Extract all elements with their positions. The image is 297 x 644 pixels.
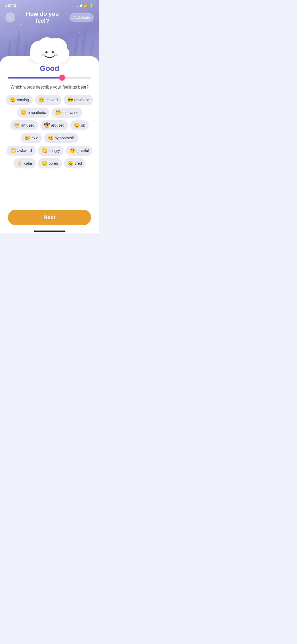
tag-row-1: 😏 craving 🤫 desired 😎 aesthetic [5,95,94,105]
tags-area: 😏 craving 🤫 desired 😎 aesthetic 😚 empath… [5,95,94,168]
tag-sympathetic[interactable]: 😄 sympathetic [44,133,78,143]
tag-grateful[interactable]: 🤗 grateful [66,146,93,156]
tag-label: bored [49,161,58,165]
tag-label: desired [46,98,58,102]
add-photo-button[interactable]: Add photo [69,13,94,22]
tag-awkward[interactable]: 🙄 awkward [7,146,36,156]
tag-label: ok [81,123,85,127]
tag-awe[interactable]: 😀 awe [21,133,42,143]
status-time: 08:42 [5,3,16,8]
tag-emoji: 🧐 [55,110,61,116]
tag-emoji: 😎 [67,97,73,103]
tag-emoji: 😑 [41,160,47,166]
tag-tired[interactable]: 😟 tired [64,158,86,168]
slider-track [8,77,91,79]
wifi-icon: 📶 [83,3,88,8]
tag-emoji: 😉 [74,122,80,128]
battery-icon: 🔋 [89,3,94,8]
next-btn-container: Next [0,204,99,228]
tag-craving[interactable]: 😏 craving [6,95,32,105]
tag-label: motivated [62,111,78,115]
tag-emoji: 😄 [48,135,54,141]
tag-ok[interactable]: 😉 ok [70,120,89,130]
subtitle: Which words describe your feelings best? [5,85,94,90]
svg-point-9 [45,51,48,53]
tag-emoji: 🤗 [69,148,75,154]
home-indicator [0,228,99,233]
home-bar [34,231,65,232]
tag-label: awkward [17,149,32,153]
tag-row-6: 🌤️ calm 😑 bored 😟 tired [5,158,94,168]
tag-emoji: 🤠 [44,122,50,128]
tag-emoji: 😚 [21,110,26,116]
tag-label: hungry [49,149,60,153]
tag-amused[interactable]: 😁 amused [10,120,38,130]
tag-label: amused [21,123,34,127]
tag-empathetic[interactable]: 😚 empathetic [17,108,49,118]
status-icons: 📶 🔋 [77,3,94,8]
mood-label: Good [5,64,94,73]
tag-hungry[interactable]: 😋 hungry [38,146,64,156]
mood-slider[interactable] [5,77,94,79]
tag-label: aesthetic [74,98,89,102]
tag-desired[interactable]: 🤫 desired [35,95,62,105]
tag-label: grateful [77,149,89,153]
tag-emoji: 😋 [41,148,47,154]
main-card: Good Which words describe your feelings … [0,56,99,204]
signal-icon [77,4,82,7]
tag-emoji: 🙄 [10,148,16,154]
tag-label: tired [75,161,82,165]
back-button[interactable]: ‹ [5,12,15,22]
tag-emoji: 😟 [68,160,73,166]
slider-thumb [59,75,65,81]
tag-emoji: 😁 [14,122,20,128]
status-bar: 08:42 📶 🔋 [0,0,99,8]
slider-fill [8,77,62,79]
tag-row-2: 😚 empathetic 🧐 motivated [5,108,94,118]
cloud-character [26,30,73,64]
tag-label: awe [31,136,38,140]
tag-aroused[interactable]: 🤠 aroused [40,120,68,130]
tag-emoji: 🌤️ [17,160,23,166]
tag-label: aroused [51,123,64,127]
back-icon: ‹ [9,15,11,20]
tag-label: empathetic [28,111,46,115]
tag-aesthetic[interactable]: 😎 aesthetic [64,95,93,105]
header-bg: 08:42 📶 🔋 ‹ How do you feel? Add [0,0,99,64]
tag-calm[interactable]: 🌤️ calm [13,158,36,168]
tag-row-3: 😁 amused 🤠 aroused 😉 ok [5,120,94,130]
tag-motivated[interactable]: 🧐 motivated [51,108,82,118]
cloud-container [0,27,99,64]
tag-row-4: 😀 awe 😄 sympathetic [5,133,94,143]
tag-emoji: 😀 [24,135,30,141]
next-button[interactable]: Next [8,210,91,225]
tag-label: sympathetic [55,136,75,140]
tag-label: calm [24,161,32,165]
page-title: How do you feel? [26,11,59,25]
svg-point-10 [52,51,54,53]
tag-row-5: 🙄 awkward 😋 hungry 🤗 grateful [5,146,94,156]
app-container: 08:42 📶 🔋 ‹ How do you feel? Add [0,0,99,233]
top-nav: ‹ How do you feel? Add photo [0,8,99,27]
tag-label: craving [17,98,29,102]
tag-bored[interactable]: 😑 bored [38,158,62,168]
tag-emoji: 🤫 [39,97,44,103]
tag-emoji: 😏 [10,97,16,103]
